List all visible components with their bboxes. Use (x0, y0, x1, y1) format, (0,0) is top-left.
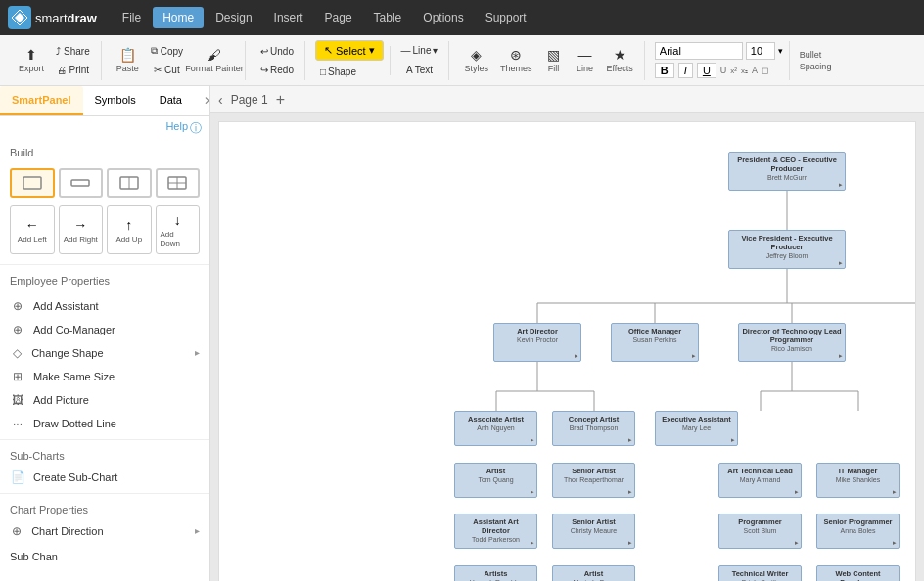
add-up-button[interactable]: ↑ Add Up (107, 205, 152, 254)
org-node-artist3[interactable]: Artist Marie LaBere ▸ (552, 565, 635, 581)
chart-direction-item[interactable]: ⊕ Chart Direction ▸ (0, 519, 209, 543)
node-expand-programmer[interactable]: ▸ (795, 539, 799, 547)
cut-button[interactable]: ✂ Cut (146, 62, 188, 78)
menu-page[interactable]: Page (315, 7, 362, 28)
add-right-button[interactable]: → Add Right (59, 205, 104, 254)
node-expand-senior_artist2[interactable]: ▸ (628, 539, 632, 547)
help-link[interactable]: Help (165, 120, 188, 137)
canvas-back-arrow[interactable]: ‹ (218, 92, 223, 108)
org-node-artist2[interactable]: Artists Hannah Raschke ▸ (454, 565, 537, 581)
org-node-senior_artist2[interactable]: Senior Artist Christy Meaure ▸ (552, 514, 635, 549)
add-left-button[interactable]: ← Add Left (10, 205, 55, 254)
org-node-art_tech_lead[interactable]: Art Technical Lead Mary Armand ▸ (718, 463, 802, 498)
node-expand-concept_artist[interactable]: ▸ (628, 436, 632, 444)
menu-support[interactable]: Support (476, 7, 536, 28)
text-button[interactable]: A Text (396, 62, 443, 78)
font-size-input[interactable] (746, 42, 775, 60)
node-expand-art_dir[interactable]: ▸ (575, 352, 578, 360)
shape-toggle[interactable]: □ Shape (315, 64, 361, 80)
create-sub-chart-item[interactable]: 📄 Create Sub-Chart (0, 466, 209, 489)
node-title-artist1: Artist (458, 467, 533, 475)
org-node-senior_prog[interactable]: Senior Programmer Anna Boles ▸ (816, 514, 900, 549)
shape-box[interactable] (10, 168, 55, 198)
font-name-input[interactable] (655, 42, 743, 60)
node-expand-senior_prog[interactable]: ▸ (893, 539, 897, 547)
node-expand-senior_artist1[interactable]: ▸ (628, 488, 632, 496)
menu-insert[interactable]: Insert (264, 7, 313, 28)
styles-button[interactable]: ◈ Styles (459, 44, 493, 76)
copy-button[interactable]: ⧉ Copy (146, 42, 188, 60)
bold-button[interactable]: B (655, 63, 674, 78)
shape-horizontal[interactable] (59, 168, 104, 198)
fill-button[interactable]: ▧ Fill (539, 44, 569, 76)
node-expand-asst_art_dir[interactable]: ▸ (531, 539, 534, 547)
line-style-button[interactable]: — Line (571, 44, 600, 76)
org-node-exec_asst[interactable]: Executive Assistant Mary Lee ▸ (655, 411, 738, 446)
canvas[interactable]: President & CEO - Executive Producer Bre… (218, 121, 916, 581)
change-shape-item[interactable]: ◇ Change Shape ▸ (0, 341, 209, 365)
share-button[interactable]: ⤴ Share (51, 43, 95, 60)
node-name-exec_asst: Mary Lee (659, 425, 734, 431)
menu-design[interactable]: Design (206, 7, 261, 28)
chart-direction-icon: ⊕ (10, 524, 23, 538)
org-node-concept_artist[interactable]: Concept Artist Brad Thompson ▸ (552, 411, 635, 446)
org-node-programmer[interactable]: Programmer Scott Blum ▸ (718, 514, 802, 549)
themes-button[interactable]: ⊛ Themes (495, 44, 537, 76)
font-size-arrow[interactable]: ▾ (778, 46, 783, 56)
org-node-tech_dir[interactable]: Director of Technology Lead Programmer R… (738, 323, 846, 362)
italic-button[interactable]: I (678, 63, 693, 78)
menu-options[interactable]: Options (413, 7, 473, 28)
redo-icon: ↪ (260, 65, 268, 75)
add-down-button[interactable]: ↓ Add Down (156, 205, 201, 254)
add-picture-item[interactable]: 🖼 Add Picture (0, 388, 209, 412)
node-expand-ceo[interactable]: ▸ (839, 181, 843, 189)
org-node-office_mgr[interactable]: Office Manager Susan Perkins ▸ (611, 323, 699, 362)
org-node-tech_writer[interactable]: Technical Writer Brinly Smith ▸ (718, 565, 802, 581)
redo-button[interactable]: ↪ Redo (255, 62, 299, 78)
make-same-size-item[interactable]: ⊞ Make Same Size (0, 365, 209, 388)
format-painter-button[interactable]: 🖌 Format Painter (190, 44, 239, 76)
org-node-ceo[interactable]: President & CEO - Executive Producer Bre… (728, 152, 846, 191)
menu-home[interactable]: Home (153, 7, 204, 28)
node-expand-vp[interactable]: ▸ (839, 259, 843, 267)
node-expand-tech_dir[interactable]: ▸ (839, 352, 843, 360)
select-button[interactable]: ↖ Select ▾ (315, 40, 384, 61)
underline-button[interactable]: U (697, 63, 716, 78)
org-node-artist1[interactable]: Artist Tom Quang ▸ (454, 463, 537, 498)
paste-button[interactable]: 📋 Paste (112, 44, 144, 76)
shape-multi[interactable] (156, 168, 201, 198)
close-panel-button[interactable]: ✕ (194, 86, 210, 115)
font-group: ▾ B I U U x² x₂ A ◻ (649, 41, 790, 80)
tab-symbols[interactable]: Symbols (83, 86, 148, 115)
node-expand-it_manager[interactable]: ▸ (893, 488, 897, 496)
help-icon[interactable]: ⓘ (190, 120, 202, 137)
node-expand-office_mgr[interactable]: ▸ (692, 352, 696, 360)
make-same-size-icon: ⊞ (10, 370, 25, 383)
org-node-senior_artist1[interactable]: Senior Artist Thor Reaperthomar ▸ (552, 463, 635, 498)
org-node-web_dev[interactable]: Web Content Developer Nicholas Paz ▸ (816, 565, 900, 581)
tab-data[interactable]: Data (148, 86, 194, 115)
print-button[interactable]: 🖨 Print (51, 62, 95, 78)
org-node-asst_art_dir[interactable]: Assistant Art Director Todd Parkerson ▸ (454, 514, 537, 549)
menu-table[interactable]: Table (364, 7, 412, 28)
org-node-it_manager[interactable]: IT Manager Mike Shankles ▸ (816, 463, 900, 498)
org-node-assoc_artist[interactable]: Associate Artist Anh Nguyen ▸ (454, 411, 537, 446)
node-title-assoc_artist: Associate Artist (458, 415, 533, 424)
node-expand-art_tech_lead[interactable]: ▸ (795, 488, 799, 496)
org-node-vp[interactable]: Vice President - Executive Producer Jeff… (728, 230, 846, 269)
node-expand-assoc_artist[interactable]: ▸ (531, 436, 534, 444)
effects-button[interactable]: ★ Effects (602, 44, 638, 76)
menu-file[interactable]: File (113, 7, 151, 28)
add-assistant-item[interactable]: ⊕ Add Assistant (0, 294, 209, 318)
node-expand-artist1[interactable]: ▸ (531, 488, 534, 496)
add-page-button[interactable]: + (276, 91, 285, 109)
node-expand-exec_asst[interactable]: ▸ (731, 436, 735, 444)
org-node-art_dir[interactable]: Art Director Kevin Proctor ▸ (493, 323, 581, 362)
shape-split[interactable] (107, 168, 152, 198)
undo-button[interactable]: ↩ Undo (255, 43, 299, 60)
draw-dotted-line-item[interactable]: ··· Draw Dotted Line (0, 412, 209, 435)
export-button[interactable]: ⬆ Export (14, 44, 49, 76)
line-button[interactable]: — Line ▾ (396, 42, 443, 59)
add-comanager-item[interactable]: ⊕ Add Co-Manager (0, 318, 209, 341)
tab-smartpanel[interactable]: SmartPanel (0, 86, 83, 115)
